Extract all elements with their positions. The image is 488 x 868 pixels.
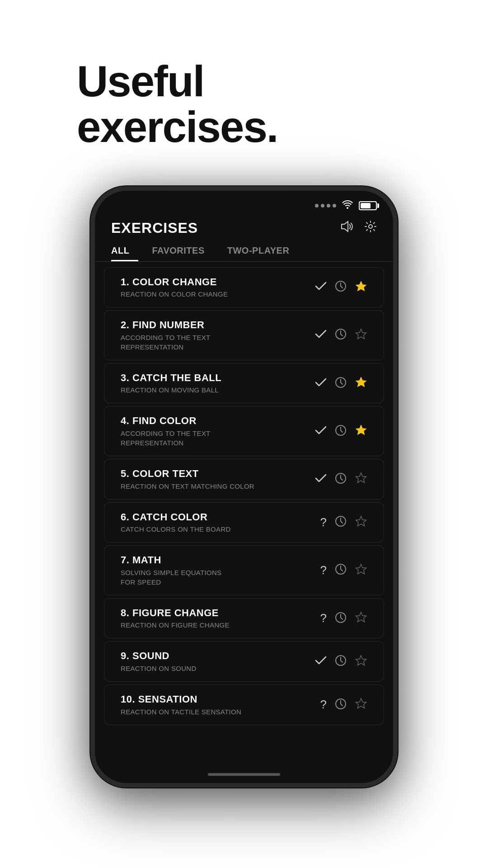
exercise-item[interactable]: 3. CATCH THE BALLREACTION ON MOVING BALL: [104, 363, 384, 404]
battery-fill: [361, 203, 371, 208]
battery-icon: [359, 201, 377, 210]
exercise-item[interactable]: 9. SOUNDREACTION ON SOUND: [104, 641, 384, 682]
exercise-actions: ?: [320, 515, 367, 529]
exercise-name: 2. FIND NUMBER: [121, 319, 315, 332]
exercise-desc: REACTION ON FIGURE CHANGE: [121, 620, 320, 630]
wifi-icon: [342, 200, 353, 212]
exercise-text: 5. COLOR TEXTREACTION ON TEXT MATCHING C…: [121, 467, 315, 491]
question-icon: ?: [320, 515, 327, 529]
check-icon: [315, 282, 327, 292]
exercise-name: 3. CATCH THE BALL: [121, 372, 315, 385]
exercise-name: 7. MATH: [121, 554, 320, 567]
clock-icon[interactable]: [335, 472, 347, 486]
star-empty-icon[interactable]: [355, 655, 367, 669]
status-bar: [95, 191, 393, 212]
question-icon: ?: [320, 563, 327, 577]
exercise-item[interactable]: 2. FIND NUMBERACCORDING TO THE TEXT REPR…: [104, 310, 384, 360]
svg-marker-19: [356, 656, 366, 665]
exercise-actions: ?: [320, 698, 367, 712]
star-filled-icon[interactable]: [355, 424, 367, 438]
exercise-desc: REACTION ON SOUND: [121, 664, 315, 673]
clock-icon[interactable]: [335, 698, 347, 712]
phone-screen: EXERCISES: [95, 191, 393, 783]
exercise-desc: ACCORDING TO THE TEXT REPRESENTATION: [121, 333, 315, 352]
clock-icon[interactable]: [335, 515, 347, 529]
signal-dot-1: [315, 204, 319, 208]
exercise-text: 6. CATCH COLORCATCH COLORS ON THE BOARD: [121, 511, 320, 534]
exercise-actions: ?: [320, 563, 367, 577]
clock-icon[interactable]: [335, 425, 347, 438]
svg-marker-3: [356, 281, 366, 291]
svg-marker-17: [356, 612, 366, 622]
page-headline: Useful exercises.: [77, 59, 277, 150]
exercise-actions: [315, 424, 367, 438]
star-empty-icon[interactable]: [355, 472, 367, 486]
exercise-name: 5. COLOR TEXT: [121, 467, 315, 481]
exercise-actions: [315, 328, 367, 342]
exercise-desc: REACTION ON TACTILE SENSATION: [121, 707, 320, 717]
phone-mockup: EXERCISES: [90, 186, 398, 788]
exercise-text: 8. FIGURE CHANGEREACTION ON FIGURE CHANG…: [121, 607, 320, 630]
star-empty-icon[interactable]: [355, 328, 367, 342]
tabs-bar: ALL FAVORITES TWO-PLAYER: [95, 241, 393, 262]
headline-line2: exercises.: [77, 103, 277, 151]
exercise-item[interactable]: 4. FIND COLORACCORDING TO THE TEXT REPRE…: [104, 406, 384, 456]
exercise-item[interactable]: 6. CATCH COLORCATCH COLORS ON THE BOARD?: [104, 502, 384, 543]
star-empty-icon[interactable]: [355, 515, 367, 529]
headline-line1: Useful: [77, 57, 204, 105]
exercise-item[interactable]: 1. COLOR CHANGEREACTION ON COLOR CHANGE: [104, 267, 384, 308]
exercise-item[interactable]: 7. MATHSOLVING SIMPLE EQUATIONS FOR SPEE…: [104, 545, 384, 595]
clock-icon[interactable]: [335, 655, 347, 668]
exercise-item[interactable]: 10. SENSATIONREACTION ON TACTILE SENSATI…: [104, 684, 384, 725]
clock-icon[interactable]: [335, 377, 347, 390]
exercise-name: 9. SOUND: [121, 650, 315, 663]
svg-marker-9: [356, 425, 366, 435]
star-empty-icon[interactable]: [355, 698, 367, 712]
star-filled-icon[interactable]: [355, 376, 367, 390]
exercise-actions: [315, 280, 367, 294]
exercise-text: 1. COLOR CHANGEREACTION ON COLOR CHANGE: [121, 276, 315, 299]
check-icon: [315, 656, 327, 667]
svg-marker-0: [342, 222, 348, 231]
svg-marker-15: [356, 564, 366, 574]
svg-point-1: [369, 225, 372, 228]
clock-icon[interactable]: [335, 280, 347, 294]
phone-shell: EXERCISES: [90, 186, 398, 788]
exercise-item[interactable]: 8. FIGURE CHANGEREACTION ON FIGURE CHANG…: [104, 598, 384, 639]
exercise-text: 2. FIND NUMBERACCORDING TO THE TEXT REPR…: [121, 319, 315, 352]
exercise-desc: REACTION ON TEXT MATCHING COLOR: [121, 481, 315, 491]
tab-favorites[interactable]: FAVORITES: [152, 241, 213, 261]
svg-marker-13: [356, 516, 366, 526]
star-empty-icon[interactable]: [355, 611, 367, 625]
exercise-item[interactable]: 5. COLOR TEXTREACTION ON TEXT MATCHING C…: [104, 459, 384, 500]
exercise-text: 9. SOUNDREACTION ON SOUND: [121, 650, 315, 673]
exercise-actions: [315, 472, 367, 486]
settings-icon[interactable]: [364, 220, 377, 236]
exercise-actions: [315, 655, 367, 669]
exercise-text: 7. MATHSOLVING SIMPLE EQUATIONS FOR SPEE…: [121, 554, 320, 587]
sound-icon[interactable]: [340, 221, 353, 236]
home-indicator: [208, 773, 280, 776]
app-title: EXERCISES: [111, 220, 198, 236]
exercise-desc: REACTION ON MOVING BALL: [121, 385, 315, 395]
tab-two-player[interactable]: TWO-PLAYER: [227, 241, 299, 261]
signal-dot-3: [327, 204, 330, 208]
star-empty-icon[interactable]: [355, 563, 367, 577]
signal-dots: [315, 204, 336, 208]
exercise-actions: [315, 376, 367, 390]
check-icon: [315, 330, 327, 340]
svg-marker-11: [356, 473, 366, 483]
exercise-text: 10. SENSATIONREACTION ON TACTILE SENSATI…: [121, 693, 320, 717]
exercise-name: 1. COLOR CHANGE: [121, 276, 315, 289]
exercise-actions: ?: [320, 611, 367, 625]
clock-icon[interactable]: [335, 328, 347, 342]
signal-dot-4: [333, 204, 336, 208]
check-icon: [315, 378, 327, 389]
check-icon: [315, 426, 327, 437]
star-filled-icon[interactable]: [355, 280, 367, 294]
clock-icon[interactable]: [335, 563, 347, 577]
exercise-name: 4. FIND COLOR: [121, 415, 315, 428]
tab-all[interactable]: ALL: [111, 241, 138, 261]
clock-icon[interactable]: [335, 612, 347, 625]
svg-marker-7: [356, 377, 366, 387]
